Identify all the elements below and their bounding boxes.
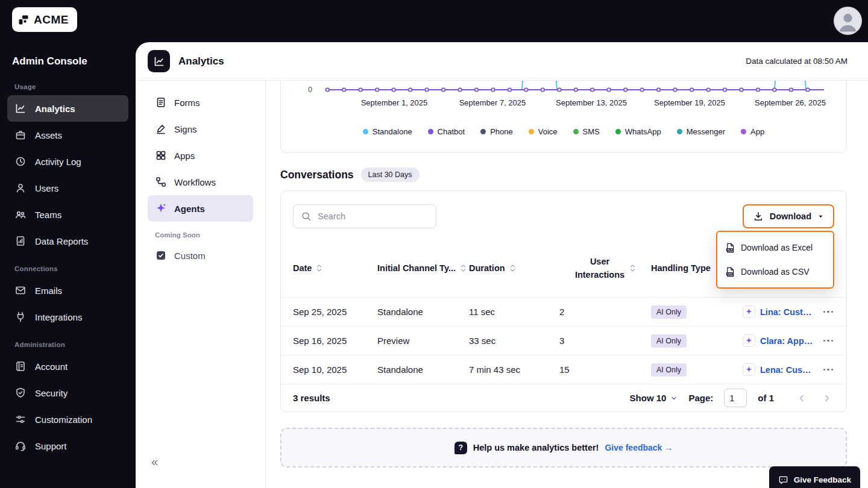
feedback-banner: ? Help us make analytics better! Give fe…: [280, 428, 847, 468]
legend-label: Phone: [490, 127, 513, 136]
legend-dot: [615, 129, 621, 134]
legend-item-standalone[interactable]: Standalone: [363, 127, 412, 136]
x-tick-label: September 26, 2025: [755, 98, 826, 107]
sort-icon[interactable]: [316, 264, 322, 272]
sort-icon[interactable]: [629, 264, 636, 272]
menu-item-download-csv[interactable]: CSV Download as CSV: [717, 260, 833, 284]
sidebar-section-connections: Connections: [14, 265, 121, 272]
agent-sparkle-icon: [743, 363, 755, 376]
sidebar-item-users[interactable]: Users: [7, 175, 128, 201]
topbar: ACME: [0, 0, 868, 42]
row-actions-ellipsis-icon[interactable]: [814, 336, 834, 346]
menu-item-label: Download as CSV: [741, 267, 810, 277]
page-number-input[interactable]: [724, 389, 747, 407]
agent-link[interactable]: Lena: Custo...: [760, 365, 814, 375]
sidebar-title: Admin Console: [12, 55, 124, 67]
handling-type-badge: AI Only: [651, 363, 687, 377]
help-icon: ?: [454, 442, 467, 454]
agent-sparkle-icon: [743, 305, 755, 318]
legend-item-app[interactable]: App: [741, 127, 764, 136]
chevron-left-icon[interactable]: [794, 391, 809, 405]
agent-link[interactable]: Clara: Appoi...: [760, 336, 814, 346]
analytics-header: Analytics Data calculated at 08:50 AM: [136, 42, 868, 81]
chevron-right-icon[interactable]: [820, 391, 834, 405]
sidebar-item-label: Security: [35, 388, 68, 398]
collapse-sidebar-icon[interactable]: «: [151, 455, 158, 468]
support-icon: [14, 440, 27, 452]
main-panel: Analytics Data calculated at 08:50 AM Fo…: [136, 42, 868, 488]
cell-duration: 7 min 43 sec: [469, 364, 559, 375]
menu-item-download-excel[interactable]: XLS Download as Excel: [717, 236, 833, 260]
coming-soon-label: Coming Soon: [155, 231, 246, 239]
row-actions-ellipsis-icon[interactable]: [814, 307, 834, 317]
cell-duration: 33 sec: [469, 336, 559, 346]
chart-legend: Standalone Chatbot Phone Voice SMS Whats…: [281, 127, 846, 136]
subnav-item-apps[interactable]: Apps: [148, 142, 253, 169]
integrations-icon: [14, 311, 27, 323]
sidebar-item-security[interactable]: Security: [7, 380, 128, 406]
sidebar-item-label: Customization: [35, 414, 92, 425]
sidebar-item-activity-log[interactable]: Activity Log: [7, 148, 128, 175]
give-feedback-button-label: Give Feedback: [794, 475, 851, 484]
sidebar-item-label: Analytics: [35, 104, 75, 114]
download-button[interactable]: Download: [743, 204, 834, 228]
cell-date: Sep 10, 2025: [293, 364, 377, 375]
legend-item-voice[interactable]: Voice: [529, 127, 558, 136]
give-feedback-button[interactable]: Give Feedback: [769, 466, 860, 488]
legend-item-sms[interactable]: SMS: [573, 127, 600, 136]
x-tick-label: September 19, 2025: [654, 98, 725, 107]
legend-label: WhatsApp: [625, 127, 661, 136]
data-calculated-text: Data calculated at 08:50 AM: [746, 57, 848, 66]
subnav-item-agents[interactable]: Agents: [148, 195, 253, 222]
menu-item-label: Download as Excel: [741, 243, 813, 252]
page-label: Page:: [688, 393, 713, 403]
legend-item-messenger[interactable]: Messenger: [677, 127, 725, 136]
legend-item-chatbot[interactable]: Chatbot: [428, 127, 465, 136]
sidebar-item-data-reports[interactable]: Data Reports: [7, 228, 128, 254]
sidebar-item-assets[interactable]: Assets: [7, 122, 128, 148]
search-icon: [301, 211, 312, 222]
sort-icon[interactable]: [509, 264, 516, 272]
legend-item-whatsapp[interactable]: WhatsApp: [615, 127, 661, 136]
subnav-item-workflows[interactable]: Workflows: [148, 169, 253, 195]
sidebar-item-customization[interactable]: Customization: [7, 406, 128, 433]
conversations-heading-row: Conversations Last 30 Days: [280, 167, 847, 182]
period-badge: Last 30 Days: [361, 167, 420, 182]
handling-type-badge: AI Only: [651, 305, 687, 319]
teams-icon: [14, 208, 27, 221]
table-row: Sep 25, 2025 Standalone 11 sec 2 AI Only…: [281, 297, 846, 326]
sidebar-item-emails[interactable]: Emails: [7, 277, 128, 304]
column-header-channel[interactable]: Initial Channel Ty...: [377, 263, 469, 273]
column-header-date[interactable]: Date: [293, 263, 377, 273]
legend-item-phone[interactable]: Phone: [480, 127, 513, 136]
cell-handling: AI Only: [651, 305, 743, 319]
column-header-duration[interactable]: Duration: [469, 263, 559, 273]
cell-channel: Standalone: [377, 364, 469, 375]
sidebar-item-analytics[interactable]: Analytics: [7, 95, 128, 122]
sidebar-item-support[interactable]: Support: [7, 433, 128, 459]
row-actions-ellipsis-icon[interactable]: [814, 365, 834, 375]
cell-duration: 11 sec: [469, 307, 559, 317]
subnav-item-label: Agents: [174, 204, 205, 214]
customization-icon: [14, 413, 27, 425]
feedback-banner-text: Help us make analytics better!: [473, 443, 599, 452]
agent-link[interactable]: Lina: Custo...: [760, 307, 814, 317]
sidebar-item-teams[interactable]: Teams: [7, 201, 128, 228]
column-header-interactions[interactable]: User Interactions: [559, 255, 651, 282]
search-input[interactable]: [318, 211, 430, 221]
sort-icon[interactable]: [460, 264, 467, 272]
sidebar-item-integrations[interactable]: Integrations: [7, 304, 128, 330]
subnav-item-forms[interactable]: Forms: [148, 89, 253, 116]
subnav-item-signs[interactable]: Signs: [148, 116, 253, 142]
acme-logo[interactable]: ACME: [12, 7, 77, 32]
legend-label: SMS: [583, 127, 600, 136]
y-axis-zero-label: 0: [308, 86, 312, 94]
assets-icon: [14, 129, 27, 141]
sidebar-item-account[interactable]: Account: [7, 353, 128, 380]
sidebar-section-usage: Usage: [14, 83, 121, 90]
user-avatar[interactable]: [835, 8, 861, 34]
download-button-label: Download: [770, 211, 811, 221]
give-feedback-link[interactable]: Give feedback →: [605, 443, 673, 452]
chevron-down-icon: [670, 395, 678, 402]
page-size-select[interactable]: Show 10: [630, 393, 678, 403]
